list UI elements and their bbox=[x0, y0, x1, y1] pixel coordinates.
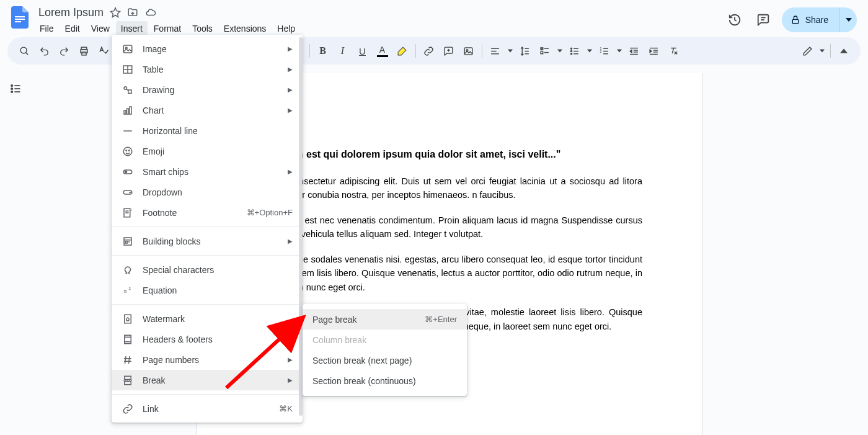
insert-menu-break[interactable]: Break▶ bbox=[112, 370, 303, 390]
svg-rect-83 bbox=[125, 315, 131, 323]
insert-menu-table[interactable]: Table▶ bbox=[112, 59, 303, 79]
history-icon[interactable] bbox=[725, 10, 745, 30]
insert-menu-equation[interactable]: π2Equation bbox=[112, 280, 303, 300]
share-button[interactable]: Share bbox=[782, 7, 839, 32]
collapse-toolbar-icon[interactable] bbox=[835, 42, 853, 60]
insert-menu-emoji[interactable]: Emoji bbox=[112, 141, 303, 161]
link-icon bbox=[122, 403, 134, 415]
watermark-icon bbox=[122, 313, 134, 325]
redo-icon[interactable] bbox=[55, 42, 73, 60]
break-menu-page-break[interactable]: Page break⌘+Enter bbox=[303, 309, 467, 330]
numbered-dropdown-icon[interactable] bbox=[615, 42, 624, 60]
highlight-icon[interactable] bbox=[393, 42, 412, 60]
insert-menu-chart[interactable]: Chart▶ bbox=[112, 100, 303, 120]
svg-point-30 bbox=[570, 53, 572, 54]
break-menu-column-break: Column break bbox=[303, 330, 467, 350]
add-comment-icon[interactable] bbox=[440, 42, 458, 60]
insert-menu-drawing[interactable]: Drawing▶ bbox=[112, 79, 303, 100]
svg-rect-63 bbox=[124, 110, 126, 114]
align-icon[interactable] bbox=[486, 42, 505, 60]
insert-menu-dropdown[interactable]: Dropdown bbox=[112, 182, 303, 202]
table-icon bbox=[122, 64, 134, 75]
italic-icon[interactable]: I bbox=[334, 42, 352, 60]
text-color-icon[interactable]: A bbox=[373, 42, 392, 60]
underline-icon[interactable]: U bbox=[353, 42, 372, 60]
insert-menu-footnote[interactable]: 1Footnote⌘+Option+F bbox=[112, 202, 303, 223]
menu-help[interactable]: Help bbox=[272, 21, 300, 36]
bold-icon[interactable]: B bbox=[314, 42, 332, 60]
doc-quote: quisquam est qui dolorem ipsum quia dolo… bbox=[257, 147, 642, 162]
svg-text:2: 2 bbox=[129, 286, 131, 290]
svg-rect-64 bbox=[127, 109, 129, 114]
svg-point-29 bbox=[570, 50, 572, 52]
insert-menu-watermark[interactable]: Watermark bbox=[112, 308, 303, 329]
chips-icon bbox=[122, 166, 134, 177]
svg-rect-0 bbox=[15, 16, 25, 17]
doc-paragraph: Duis mattis est nec venenatis condimentu… bbox=[257, 213, 642, 241]
svg-point-50 bbox=[11, 88, 13, 90]
insert-image-icon[interactable] bbox=[459, 42, 478, 60]
editing-dropdown-icon[interactable] bbox=[818, 42, 826, 60]
svg-rect-5 bbox=[792, 19, 798, 24]
svg-rect-16 bbox=[464, 47, 472, 54]
break-menu-section-break-continuous-[interactable]: Section break (continuous) bbox=[303, 370, 467, 391]
line-spacing-icon[interactable] bbox=[516, 42, 534, 60]
decrease-indent-icon[interactable] bbox=[625, 42, 644, 60]
numbered-list-icon[interactable]: 12 bbox=[595, 42, 614, 60]
drawing-icon bbox=[122, 84, 134, 96]
insert-menu-headers-footers[interactable]: Headers & footers bbox=[112, 329, 303, 349]
insert-menu-special-characters[interactable]: Special characters bbox=[112, 259, 303, 280]
insert-menu-smart-chips[interactable]: Smart chips▶ bbox=[112, 161, 303, 182]
menu-tools[interactable]: Tools bbox=[187, 21, 218, 36]
increase-indent-icon[interactable] bbox=[645, 42, 663, 60]
align-dropdown-icon[interactable] bbox=[506, 42, 515, 60]
move-folder-icon[interactable] bbox=[127, 7, 138, 18]
dropdown-icon bbox=[122, 187, 134, 198]
checklist-icon[interactable] bbox=[536, 42, 554, 60]
svg-point-67 bbox=[123, 147, 132, 156]
break-menu-section-break-next-page-[interactable]: Section break (next page) bbox=[303, 350, 467, 370]
insert-menu-image[interactable]: Image▶ bbox=[112, 38, 303, 59]
svg-line-87 bbox=[125, 356, 126, 364]
search-icon[interactable] bbox=[15, 42, 33, 60]
menu-format[interactable]: Format bbox=[149, 21, 186, 36]
editing-mode-icon[interactable] bbox=[798, 42, 817, 60]
share-dropdown[interactable] bbox=[839, 7, 857, 32]
svg-text:1: 1 bbox=[130, 208, 132, 212]
document-title[interactable]: Lorem Ipsum bbox=[38, 6, 104, 19]
break-icon bbox=[122, 375, 134, 386]
svg-rect-91 bbox=[125, 376, 131, 379]
undo-icon[interactable] bbox=[35, 42, 53, 60]
clear-formatting-icon[interactable] bbox=[665, 42, 683, 60]
insert-menu-horizontal-line[interactable]: Horizontal line bbox=[112, 120, 303, 141]
svg-point-51 bbox=[11, 91, 13, 93]
svg-text:π: π bbox=[123, 287, 127, 294]
star-icon[interactable] bbox=[110, 7, 121, 18]
svg-point-71 bbox=[125, 171, 127, 173]
insert-menu: Image▶Table▶Drawing▶Chart▶Horizontal lin… bbox=[112, 35, 303, 423]
comments-icon[interactable] bbox=[753, 10, 773, 30]
checklist-dropdown-icon[interactable] bbox=[556, 42, 564, 60]
doc-heading: m bbox=[257, 117, 642, 136]
menu-extensions[interactable]: Extensions bbox=[219, 21, 271, 36]
spellcheck-icon[interactable] bbox=[94, 42, 113, 60]
insert-menu-building-blocks[interactable]: Building blocks▶ bbox=[112, 231, 303, 251]
chart-icon bbox=[122, 105, 134, 116]
bullet-list-icon[interactable] bbox=[565, 42, 584, 60]
outline-icon[interactable] bbox=[6, 79, 25, 98]
insert-menu-page-numbers[interactable]: Page numbers▶ bbox=[112, 349, 303, 370]
doc-paragraph: t amet, consectetur adipiscing elit. Dui… bbox=[257, 174, 642, 202]
cloud-status-icon[interactable] bbox=[144, 7, 157, 18]
insert-link-icon[interactable] bbox=[420, 42, 438, 60]
bullet-dropdown-icon[interactable] bbox=[585, 42, 594, 60]
menu-file[interactable]: File bbox=[35, 21, 59, 36]
print-icon[interactable] bbox=[74, 42, 93, 60]
menu-edit[interactable]: Edit bbox=[60, 21, 85, 36]
svg-rect-84 bbox=[125, 335, 131, 344]
insert-menu-link[interactable]: Link⌘K bbox=[112, 398, 303, 419]
menu-insert[interactable]: Insert bbox=[116, 21, 148, 36]
docs-logo[interactable] bbox=[7, 5, 32, 30]
lock-icon bbox=[790, 15, 800, 25]
menu-view[interactable]: View bbox=[86, 21, 115, 36]
hash-icon bbox=[122, 354, 134, 365]
